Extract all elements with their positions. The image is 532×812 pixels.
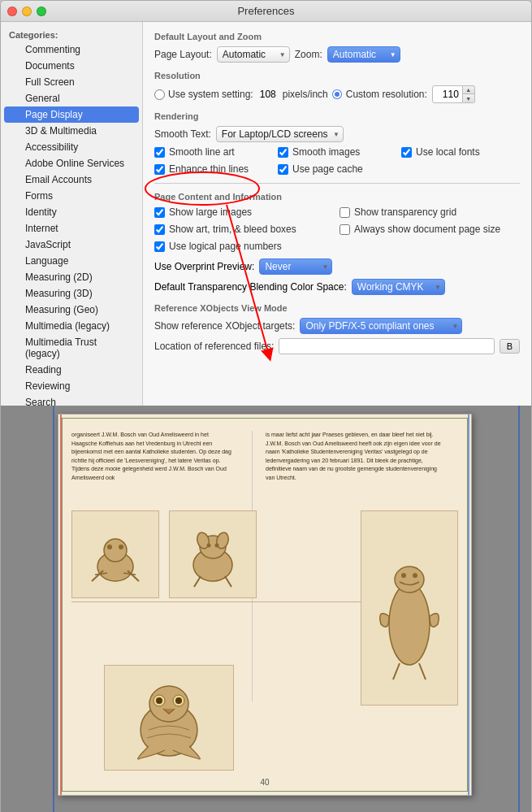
sidebar-item-forms[interactable]: Forms — [4, 188, 139, 204]
use-page-cache-label: Use page cache — [278, 163, 396, 175]
maximize-button[interactable] — [37, 7, 46, 16]
always-show-doc-checkbox[interactable] — [340, 224, 350, 235]
always-show-doc-label: Always show document page size — [340, 224, 520, 235]
svg-point-20 — [401, 573, 406, 578]
sidebar-item-language[interactable]: Language — [4, 253, 139, 269]
pdf-text-right: is maar liefst acht jaar Praeses gebleve… — [266, 431, 444, 482]
page-layout-dropdown[interactable]: Automatic — [217, 46, 290, 63]
smooth-images-checkbox[interactable] — [278, 147, 288, 158]
blending-row: Default Transparency Blending Color Spac… — [154, 279, 520, 295]
show-art-trim-bleed-label: Show art, trim, & bleed boxes — [154, 224, 335, 235]
show-reference-label: Show reference XObject targets: — [154, 320, 295, 332]
show-art-trim-bleed-checkbox[interactable] — [154, 224, 165, 235]
show-reference-select-wrap: Only PDF/X-5 compliant ones — [300, 318, 462, 334]
window-controls — [7, 7, 46, 16]
sidebar-item-search[interactable]: Search — [4, 394, 139, 406]
svg-point-21 — [413, 573, 417, 578]
overprint-row: Use Overprint Preview: Never — [154, 258, 520, 275]
sidebar-item-javascript[interactable]: JavaScript — [4, 237, 139, 253]
divider-1 — [154, 183, 520, 184]
page-layout-row: Page Layout: Automatic Zoom: Automatic — [154, 46, 520, 63]
pdf-red-line-left — [60, 415, 62, 795]
pdf-red-line-right — [468, 415, 469, 795]
smooth-text-dropdown[interactable]: For Laptop/LCD screens — [216, 126, 344, 142]
close-button[interactable] — [7, 7, 17, 16]
use-system-radio[interactable] — [154, 89, 165, 100]
sidebar-item-documents[interactable]: Documents — [4, 58, 139, 74]
location-label: Location of referenced files: — [154, 341, 274, 352]
sidebar-item-identity[interactable]: Identity — [4, 204, 139, 220]
spinner-up[interactable]: ▲ — [463, 86, 474, 94]
minimize-button[interactable] — [22, 7, 32, 16]
sidebar-item-internet[interactable]: Internet — [4, 220, 139, 237]
sidebar-item-accessibility[interactable]: Accessibility — [4, 139, 139, 155]
overprint-dropdown[interactable]: Never — [259, 258, 332, 275]
show-transparency-grid-checkbox[interactable] — [340, 207, 350, 218]
spinner-down[interactable]: ▼ — [463, 94, 474, 102]
svg-line-22 — [393, 663, 400, 680]
use-local-fonts-checkbox[interactable] — [401, 147, 412, 158]
smooth-images-label: Smooth images — [278, 146, 396, 158]
rendering-checkboxes: Smooth line art Smooth images Use local … — [154, 146, 520, 178]
sidebar-item-general[interactable]: General — [4, 90, 139, 106]
sidebar-item-measuring2d[interactable]: Measuring (2D) — [4, 269, 139, 285]
svg-point-5 — [119, 545, 123, 549]
sidebar-item-reviewing[interactable]: Reviewing — [4, 378, 139, 394]
overprint-label: Use Overprint Preview: — [154, 261, 254, 272]
main-content: Categories: Commenting Documents Full Sc… — [1, 22, 531, 406]
sidebar-item-adobeonline[interactable]: Adobe Online Services — [4, 155, 139, 172]
sidebar-item-emailaccounts[interactable]: Email Accounts — [4, 172, 139, 188]
sidebar-item-reading[interactable]: Reading — [4, 362, 139, 378]
animal-owl-svg — [116, 673, 222, 762]
animal-dog-svg — [176, 518, 249, 591]
location-input[interactable] — [279, 338, 494, 354]
svg-point-4 — [107, 545, 112, 549]
sidebar-item-pagedisplay[interactable]: Page Display — [4, 106, 139, 123]
svg-point-3 — [104, 539, 127, 562]
use-page-cache-checkbox[interactable] — [278, 164, 288, 175]
svg-point-14 — [207, 544, 211, 548]
section-rendering: Rendering — [154, 111, 520, 121]
use-local-fonts-label: Use local fonts — [401, 146, 520, 158]
zoom-select-wrap: Automatic — [327, 46, 400, 63]
sidebar-heading: Categories: — [1, 27, 142, 41]
sidebar-item-multimediatrust[interactable]: Multimedia Trust (legacy) — [4, 334, 139, 362]
svg-line-23 — [419, 663, 426, 680]
page-layout-label: Page Layout: — [154, 49, 212, 60]
use-logical-page-checkbox[interactable] — [154, 241, 165, 252]
overprint-select-wrap: Never — [259, 258, 332, 275]
smooth-text-row: Smooth Text: For Laptop/LCD screens — [154, 126, 520, 142]
preferences-window: Preferences Categories: Commenting Docum… — [0, 0, 532, 812]
custom-resolution-input[interactable] — [432, 85, 463, 103]
pdf-illustrations — [71, 510, 458, 771]
custom-resolution-label: Custom resolution: — [333, 89, 427, 100]
smooth-line-art-label: Smooth line art — [154, 146, 273, 158]
sidebar: Categories: Commenting Documents Full Sc… — [1, 22, 143, 406]
svg-point-15 — [215, 544, 219, 548]
pdf-animal-right — [361, 510, 458, 706]
window-title: Preferences — [237, 5, 294, 17]
enhance-thin-lines-label: Enhance thin lines — [154, 163, 273, 175]
pixels-inch-label: pixels/inch — [283, 89, 328, 100]
show-transparency-grid-label: Show transparency grid — [340, 206, 520, 218]
smooth-line-art-checkbox[interactable] — [154, 147, 165, 158]
sidebar-item-measuring3d[interactable]: Measuring (3D) — [4, 285, 139, 302]
sidebar-item-measuringgeo[interactable]: Measuring (Geo) — [4, 302, 139, 318]
browse-button[interactable]: B — [500, 339, 520, 354]
sidebar-item-multimedialegacy[interactable]: Multimedia (legacy) — [4, 318, 139, 334]
show-large-images-checkbox[interactable] — [154, 207, 165, 218]
blending-dropdown[interactable]: Working CMYK — [352, 279, 445, 295]
svg-point-19 — [395, 567, 424, 593]
zoom-dropdown[interactable]: Automatic — [327, 46, 400, 63]
smooth-text-label: Smooth Text: — [154, 128, 211, 140]
settings-panel: Default Layout and Zoom Page Layout: Aut… — [143, 22, 531, 406]
section-resolution: Resolution — [154, 71, 520, 80]
sidebar-item-commenting[interactable]: Commenting — [4, 41, 139, 58]
custom-radio-indicator — [333, 90, 341, 98]
pdf-preview-area: organiseert J.W.M. Bosch van Oud Amelisw… — [1, 406, 531, 812]
sidebar-item-3dmultimedia[interactable]: 3D & Multimedia — [4, 123, 139, 139]
show-reference-dropdown[interactable]: Only PDF/X-5 compliant ones — [300, 318, 462, 334]
enhance-thin-lines-checkbox[interactable] — [154, 164, 165, 175]
sidebar-item-fullscreen[interactable]: Full Screen — [4, 74, 139, 90]
zoom-label: Zoom: — [295, 49, 322, 60]
